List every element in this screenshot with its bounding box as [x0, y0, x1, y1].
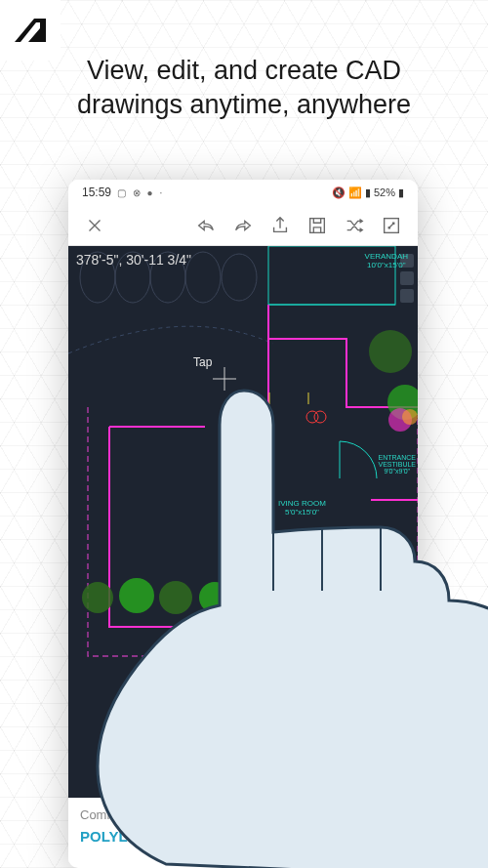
tap-hint: Tap [193, 355, 212, 369]
share-button[interactable] [262, 207, 299, 244]
fullscreen-icon [381, 215, 402, 236]
svg-point-6 [222, 254, 257, 301]
svg-point-18 [369, 330, 412, 373]
headline: View, edit, and create CAD drawings anyt… [0, 54, 488, 122]
redo-button[interactable] [224, 207, 262, 244]
autodesk-logo-badge [0, 0, 61, 61]
crosshair-cursor [213, 367, 236, 391]
coordinates-readout: 378'-5", 30'-11 3/4" [76, 252, 191, 268]
app-toolbar [68, 205, 418, 246]
shuffle-button[interactable] [336, 207, 373, 244]
battery-icon: ▮ [398, 186, 404, 199]
mute-icon: 🔇 [332, 186, 346, 199]
fullscreen-button[interactable] [373, 207, 410, 244]
svg-point-17 [199, 582, 230, 613]
signal-icon: ▮ [365, 186, 371, 199]
room-label-entrance: ENTRANCE VESTIBULE 9'0"x9'0" [378, 454, 416, 475]
phone-mockup: 15:59 ▢ ⊗ ● · 🔇 📶 ▮ 52% ▮ [68, 180, 418, 868]
autodesk-logo-icon [11, 11, 50, 50]
headline-line1: View, edit, and create CAD [87, 56, 401, 85]
drawing-layer [68, 246, 418, 798]
command-line-area[interactable]: Command: _PLINE POLYLINE Specify start p… [68, 798, 418, 862]
room-label-verandah: VERANDAH 10'0"x15'0" [365, 252, 408, 269]
room-label-living: IVING ROOM 5'0"x15'0" [278, 499, 326, 517]
svg-point-16 [159, 581, 192, 614]
status-time: 15:59 [82, 186, 111, 199]
close-icon [84, 215, 105, 236]
headline-line2: drawings anytime, anywhere [77, 90, 411, 119]
save-icon [306, 215, 328, 236]
redo-icon [232, 215, 254, 236]
wifi-icon: 📶 [348, 186, 362, 199]
undo-icon [195, 215, 217, 236]
status-icons-left: ▢ ⊗ ● · [117, 187, 164, 198]
command-prompt: POLYLINE Specify start po [80, 828, 406, 845]
svg-point-21 [402, 409, 418, 425]
svg-point-11 [314, 411, 326, 423]
cad-canvas[interactable]: 378'-5", 30'-11 3/4" [68, 246, 418, 798]
undo-button[interactable] [187, 207, 224, 244]
battery-percent: 52% [374, 186, 395, 198]
svg-point-15 [119, 578, 154, 613]
save-button[interactable] [299, 207, 336, 244]
android-status-bar: 15:59 ▢ ⊗ ● · 🔇 📶 ▮ 52% ▮ [68, 180, 418, 205]
share-icon [269, 215, 291, 236]
svg-point-14 [82, 582, 113, 613]
close-button[interactable] [76, 207, 113, 244]
command-history: Command: _PLINE [80, 807, 406, 822]
shuffle-icon [344, 215, 365, 236]
svg-rect-0 [310, 218, 325, 232]
